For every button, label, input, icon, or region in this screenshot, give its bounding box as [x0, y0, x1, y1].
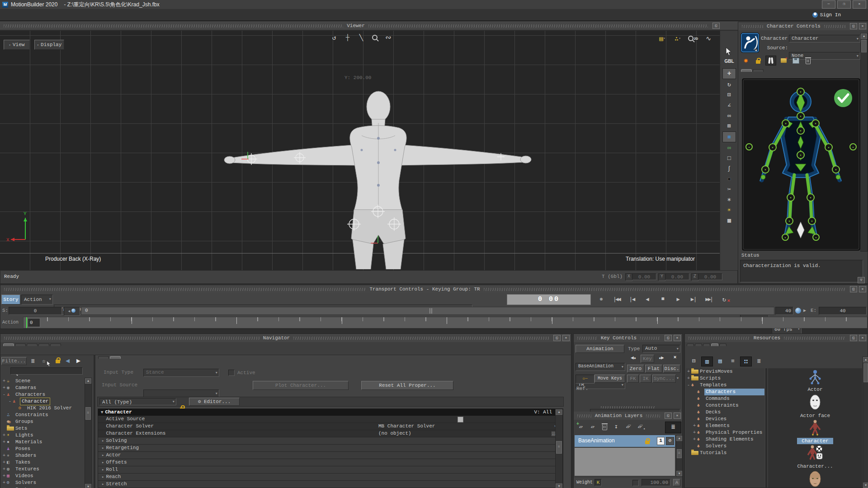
- value-checkbox[interactable]: [458, 417, 463, 422]
- asset-item[interactable]: Actor: [803, 369, 827, 393]
- asset-label[interactable]: Character: [797, 438, 833, 444]
- tab[interactable]: [38, 343, 49, 346]
- lock-icon[interactable]: [753, 56, 763, 65]
- fk-button[interactable]: FK: [627, 375, 639, 383]
- tree-item[interactable]: - Characters: [1, 391, 84, 398]
- layer-tool[interactable]: [599, 422, 610, 432]
- ik-button[interactable]: IK: [640, 375, 651, 383]
- disc-button[interactable]: Disc.: [663, 365, 680, 373]
- tree-item[interactable]: Solvers: [686, 443, 764, 450]
- layer-list-area[interactable]: [575, 448, 675, 476]
- start-frame-field[interactable]: 0: [9, 307, 62, 315]
- tree-item[interactable]: + Scene: [1, 378, 84, 385]
- layer-tool[interactable]: [587, 422, 598, 432]
- view-mode-icon[interactable]: [701, 357, 713, 366]
- animation-mode-button[interactable]: Animation: [576, 345, 624, 353]
- tab[interactable]: [741, 69, 752, 72]
- property-table-header[interactable]: ▼Character V: All: [98, 409, 563, 416]
- green-link-icon[interactable]: [723, 143, 736, 153]
- float-panel-icon[interactable]: ◱: [850, 335, 857, 341]
- layer-tool[interactable]: [611, 422, 622, 432]
- property-row[interactable]: ▸Actor ▼ ...: [98, 452, 563, 459]
- back-arrow-icon[interactable]: ◀: [66, 357, 70, 365]
- maximize-button[interactable]: ❐: [837, 0, 851, 9]
- transport-button[interactable]: [717, 295, 732, 304]
- k-button[interactable]: K: [594, 479, 602, 486]
- pan-icon[interactable]: [342, 33, 354, 42]
- float-panel-icon[interactable]: ◱: [665, 335, 672, 341]
- layer-tool[interactable]: [623, 422, 633, 432]
- transport-button[interactable]: [686, 295, 701, 304]
- transport-button[interactable]: [640, 295, 655, 304]
- gbl-label[interactable]: GBL: [720, 59, 738, 64]
- tree-item[interactable]: - Templates: [686, 382, 764, 389]
- transport-button[interactable]: [609, 295, 624, 304]
- view-mode-icon[interactable]: [715, 357, 726, 366]
- layer-lock-icon[interactable]: [645, 441, 650, 444]
- playhead[interactable]: [26, 317, 27, 328]
- zoom-end-field[interactable]: 40: [775, 307, 793, 315]
- close-button[interactable]: ✕: [853, 0, 866, 9]
- tree-item[interactable]: + Textures: [1, 466, 84, 473]
- transport-button[interactable]: [624, 295, 640, 304]
- layer-mute-button[interactable]: ⊘: [666, 437, 674, 445]
- tree-item[interactable]: + Shaders: [1, 452, 84, 459]
- transport-button[interactable]: [594, 295, 609, 304]
- zero-button[interactable]: Zero: [627, 365, 644, 373]
- sun-icon[interactable]: [723, 205, 736, 215]
- s-curve-icon[interactable]: [723, 164, 736, 174]
- key-type-dropdown[interactable]: Auto: [642, 345, 680, 353]
- view-mode-icon[interactable]: [689, 357, 699, 366]
- forward-arrow-icon[interactable]: ▶: [76, 357, 80, 365]
- view-mode-icon[interactable]: [740, 357, 752, 366]
- active-checkbox[interactable]: [228, 370, 235, 376]
- property-row[interactable]: ▸Character Extensions (no object) ▼ ...: [98, 430, 563, 437]
- property-table-scrollbar[interactable]: ▲≡▼: [555, 409, 563, 488]
- character-dropdown[interactable]: Character: [789, 35, 860, 42]
- tab[interactable]: [15, 343, 26, 346]
- add-cube-icon[interactable]: [723, 121, 736, 131]
- blue-cube-icon[interactable]: [722, 131, 736, 142]
- keyframe-dots-icon[interactable]: ▾: [672, 33, 684, 43]
- orbit-icon[interactable]: [328, 33, 340, 42]
- zoom-2d-icon[interactable]: 2D: [687, 33, 699, 43]
- cube-icon[interactable]: [723, 153, 736, 163]
- x-value-field[interactable]: 0.00: [632, 273, 656, 280]
- status-expand-icon[interactable]: ▽: [858, 277, 865, 283]
- end-frame-field[interactable]: 40: [819, 307, 867, 315]
- save-character-icon[interactable]: [791, 56, 801, 65]
- star-icon[interactable]: [723, 195, 736, 205]
- tab[interactable]: [110, 356, 121, 359]
- action-dropdown[interactable]: Action: [21, 295, 53, 305]
- tree-item[interactable]: Constraints: [686, 402, 764, 409]
- close-panel-icon[interactable]: ✕: [859, 286, 866, 292]
- tree-item[interactable]: Tutorials: [686, 450, 764, 456]
- tab[interactable]: [27, 343, 38, 346]
- a-button[interactable]: A: [673, 479, 680, 486]
- lasso-icon[interactable]: [382, 33, 394, 42]
- key-mode-button[interactable]: ○┄: [576, 375, 594, 384]
- character-model[interactable]: [0, 31, 720, 269]
- tab[interactable]: [719, 343, 726, 346]
- delete-key-button[interactable]: ×: [670, 355, 680, 363]
- sphere-icon[interactable]: [723, 174, 736, 184]
- tree-item[interactable]: Decks: [686, 409, 764, 416]
- close-panel-icon[interactable]: ✕: [674, 413, 681, 419]
- lock-icon[interactable]: [56, 360, 60, 363]
- line-icon[interactable]: [355, 33, 367, 42]
- base-animation-layer-row[interactable]: BaseAnimation 1 ⊘: [575, 435, 675, 447]
- tab[interactable]: [687, 343, 694, 346]
- tab[interactable]: [753, 69, 764, 72]
- property-row[interactable]: ▸Offsets ▼ ...: [98, 459, 563, 466]
- sign-in-button[interactable]: Sign In: [820, 12, 841, 18]
- minimize-button[interactable]: ─: [822, 0, 835, 9]
- stance-icon[interactable]: [765, 56, 776, 66]
- layer-tool[interactable]: [634, 422, 645, 432]
- z-value-field[interactable]: 0.00: [698, 273, 722, 280]
- close-panel-icon[interactable]: ✕: [859, 23, 866, 29]
- tab[interactable]: [50, 343, 61, 346]
- character-definition-map[interactable]: ▾▾▾ ▾▾▾ ▾▾▾ ▾•• ▾▾▾ ▾••: [742, 78, 860, 251]
- view-mode-icon[interactable]: [727, 357, 738, 366]
- layer-list-options-button[interactable]: ≣: [665, 422, 681, 433]
- tree-item[interactable]: HIK 2016 Solver: [1, 405, 84, 412]
